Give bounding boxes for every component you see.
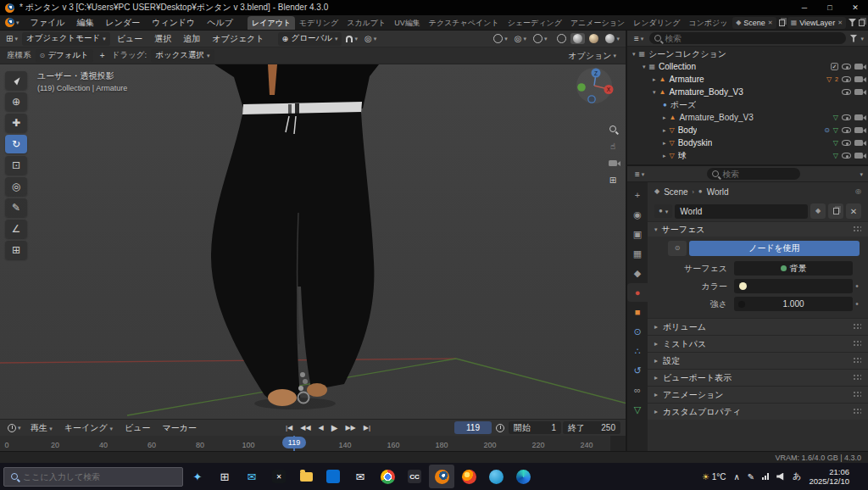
transform-tool[interactable]: ◎ <box>5 177 27 196</box>
menu-window[interactable]: ウィンドウ <box>146 17 201 29</box>
copilot-icon[interactable]: ✦ <box>185 465 210 488</box>
preview-range-button[interactable] <box>493 424 507 432</box>
eye-icon[interactable] <box>842 153 851 159</box>
tree-row-bodyskin[interactable]: ▸ ▽ Bodyskin ▽ <box>627 136 868 149</box>
outliner-search[interactable] <box>649 32 846 44</box>
tab-animation[interactable]: アニメーション <box>566 16 629 30</box>
outliner-search-input[interactable] <box>665 34 841 43</box>
browse-world-button[interactable]: ●▾ <box>654 204 672 218</box>
pen-icon[interactable]: ✎ <box>748 472 754 482</box>
menu-help[interactable]: ヘルプ <box>201 17 239 29</box>
weather-widget[interactable]: ☀ 1°C <box>702 472 726 482</box>
frame-end-field[interactable]: 終了250 <box>563 421 620 434</box>
expand-icon[interactable]: ▸ <box>653 76 656 82</box>
mode-dropdown[interactable]: オブジェクトモード▾ <box>22 32 110 46</box>
next-keyframe-button[interactable]: ▶▶ <box>342 423 359 432</box>
camera-visibility-icon[interactable] <box>854 153 863 159</box>
prev-keyframe-button[interactable]: ◀◀ <box>297 423 314 432</box>
panel-grip-icon[interactable] <box>853 226 861 233</box>
strength-slider[interactable]: 1.000 <box>734 297 853 311</box>
toggle-ortho-icon[interactable]: ⊞ <box>609 175 616 185</box>
camera-visibility-icon[interactable] <box>854 89 863 95</box>
menu-marker[interactable]: マーカー <box>158 422 202 434</box>
close-button[interactable]: ✕ <box>843 0 868 15</box>
close-icon[interactable]: ✕ <box>768 19 773 25</box>
tree-row-pose[interactable]: ● ポーズ <box>627 98 868 111</box>
expand-icon[interactable]: ▸ <box>663 153 666 159</box>
x-app-icon[interactable]: ✕ <box>266 465 292 488</box>
editor-type-button[interactable]: ⊞▾ <box>3 34 20 43</box>
maximize-button[interactable]: □ <box>817 0 843 15</box>
tab-output[interactable]: ▣ <box>627 225 648 243</box>
shading-wireframe-button[interactable] <box>554 33 569 44</box>
annotate-tool[interactable]: ✎ <box>5 198 27 217</box>
tray-expand-icon[interactable]: ∧ <box>734 472 740 482</box>
tree-row-armature-data[interactable]: ▸ ▲ Armature_Body_V3 ▽ <box>627 111 868 124</box>
taskbar-search[interactable] <box>3 467 183 487</box>
new-viewlayer-icon[interactable] <box>859 19 865 26</box>
tab-object-data[interactable]: ▽ <box>627 400 648 419</box>
menu-select[interactable]: 選択 <box>149 33 176 45</box>
orientation-dropdown[interactable]: ⊕グローバル▾ <box>278 32 342 46</box>
camera-view-icon[interactable] <box>609 160 617 166</box>
move-tool[interactable]: ✚ <box>5 114 27 132</box>
keyframe-icon[interactable] <box>738 301 745 308</box>
tab-object[interactable]: ■ <box>627 303 648 321</box>
rotate-tool[interactable]: ↻ <box>5 135 27 153</box>
drag-mode-dropdown[interactable]: ボックス選択▾ <box>151 49 214 63</box>
menu-edit[interactable]: 編集 <box>70 17 99 29</box>
section-animation[interactable]: ▸アニメーション <box>648 386 868 403</box>
expand-icon[interactable]: ▾ <box>643 64 646 70</box>
section-mist-pass[interactable]: ▸ミストパス <box>648 335 868 352</box>
menu-keying[interactable]: キーイング ▾ <box>59 422 118 434</box>
surface-section-header[interactable]: ▾ サーフェス <box>648 221 868 237</box>
eye-icon[interactable] <box>842 76 851 82</box>
navigation-gizmo[interactable]: Z X <box>575 66 614 105</box>
menu-add[interactable]: 追加 <box>178 33 205 45</box>
section-custom-properties[interactable]: ▸カスタムプロパティ <box>648 403 868 420</box>
cc-app-icon[interactable]: CC <box>402 465 427 488</box>
surface-shader-dropdown[interactable]: 背景 <box>734 261 853 276</box>
color-swatch-field[interactable] <box>734 279 853 293</box>
tab-compositing[interactable]: コンポジット <box>684 16 729 30</box>
menu-object[interactable]: オブジェクト <box>207 33 269 45</box>
animate-dot-icon[interactable]: • <box>853 281 861 291</box>
task-view-icon[interactable]: ⊞ <box>212 465 237 488</box>
section-volume[interactable]: ▸ボリューム <box>648 318 868 335</box>
expand-icon[interactable]: ▾ <box>653 89 656 95</box>
ime-indicator[interactable]: あ <box>793 471 801 482</box>
node-icon-button[interactable]: ⊙ <box>668 241 687 256</box>
section-settings[interactable]: ▸設定 <box>648 352 868 369</box>
play-button[interactable]: ▶ <box>328 422 342 433</box>
viewport-canvas[interactable] <box>0 64 626 419</box>
orientation-preset-dropdown[interactable]: ⊙デフォルト <box>36 49 93 63</box>
scale-tool[interactable]: ⊡ <box>5 156 27 175</box>
tab-rendering[interactable]: レンダリング <box>629 16 684 30</box>
tab-uv[interactable]: UV編集 <box>390 16 425 30</box>
menu-view[interactable]: ビュー <box>112 33 147 45</box>
tab-constraints[interactable]: ∞ <box>627 381 648 399</box>
tab-shading[interactable]: シェーディング <box>504 16 566 30</box>
chrome-icon[interactable] <box>375 465 400 488</box>
properties-editor-type-button[interactable]: ≡▾ <box>632 170 647 179</box>
taskbar-search-input[interactable] <box>23 472 175 482</box>
skype-icon[interactable] <box>483 465 509 488</box>
panel-grip-icon[interactable] <box>853 357 861 365</box>
gizmos-dropdown[interactable]: ◎▾ <box>512 34 529 43</box>
jump-to-end-button[interactable]: ▶| <box>360 423 374 432</box>
camera-visibility-icon[interactable] <box>854 64 863 70</box>
viewlayer-filter-icon[interactable] <box>849 19 856 26</box>
fake-user-button[interactable]: ◆ <box>810 203 826 219</box>
tree-row-scene-collection[interactable]: ▾ ▦ シーンコレクション <box>627 47 868 60</box>
new-world-button[interactable] <box>828 203 843 219</box>
tab-scene[interactable]: ◆ <box>627 264 648 282</box>
zoom-icon[interactable] <box>609 125 616 132</box>
properties-search[interactable] <box>707 168 800 180</box>
breadcrumb-scene[interactable]: Scene <box>664 187 687 197</box>
measure-tool[interactable]: ∠ <box>5 220 27 238</box>
timeline-ruler[interactable]: 0 20 40 60 80 100 120 140 160 180 200 22… <box>0 436 626 451</box>
tab-sculpt[interactable]: スカルプト <box>342 16 390 30</box>
use-nodes-button[interactable]: ノードを使用 <box>689 241 860 256</box>
tree-row-body[interactable]: ▸ ▽ Body ⊙ ▽ <box>627 124 868 136</box>
tree-row-armature-body-v3[interactable]: ▾ ▲ Armature_Body_V3 <box>627 86 868 98</box>
